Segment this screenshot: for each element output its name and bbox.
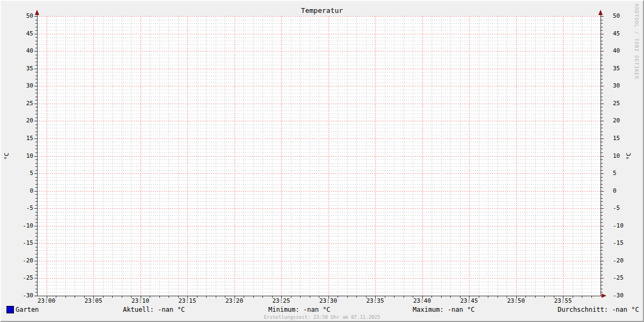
x-tick	[507, 296, 507, 298]
gridline-minor-v	[356, 16, 357, 296]
chart-title: Temperatur	[1, 6, 643, 14]
gridline-major-v	[235, 16, 235, 296]
y-axis-arrow-right-icon	[598, 10, 603, 15]
x-tick	[338, 296, 338, 298]
y-axis-tick-label: 0	[9, 188, 33, 194]
y-axis-tick-label: 10	[9, 153, 33, 159]
x-tick	[356, 296, 357, 298]
y-tick-right	[601, 131, 603, 132]
gridline-minor-v	[431, 16, 432, 296]
gridline-minor-v	[507, 16, 507, 296]
x-tick	[272, 296, 273, 298]
gridline-minor-v	[272, 16, 273, 296]
y-axis-tick-label: -30	[9, 292, 33, 299]
y-axis-tick-label: 15	[9, 135, 33, 142]
x-tick	[366, 296, 367, 298]
y-axis-tick-label: -5	[613, 205, 638, 211]
gridline-major-v	[328, 16, 329, 296]
gridline-minor-v	[291, 16, 291, 296]
y-tick-right	[601, 184, 603, 185]
y-tick-right	[601, 58, 603, 58]
x-tick	[319, 296, 319, 298]
gridline-minor-v	[591, 16, 592, 296]
gridline-minor-v	[479, 16, 479, 296]
gridline-minor-v	[582, 16, 582, 296]
y-tick-right	[601, 37, 603, 38]
gridline-minor-v	[197, 16, 197, 296]
y-tick-right	[601, 156, 604, 157]
y-axis-line-right	[601, 12, 601, 296]
x-tick	[291, 296, 291, 298]
gridline-minor-v	[300, 16, 301, 296]
gridline-minor-v	[544, 16, 545, 296]
y-tick-right	[601, 170, 603, 171]
gridline-minor-v	[225, 16, 225, 296]
y-axis-tick-label: 35	[9, 65, 33, 72]
y-axis-tick-label: -5	[9, 205, 33, 211]
y-tick-right	[601, 219, 603, 219]
y-tick-right	[601, 261, 604, 261]
y-axis-tick-label: 20	[9, 118, 33, 124]
gridline-major-v	[563, 16, 564, 296]
y-tick-right	[601, 65, 603, 65]
x-tick	[112, 296, 113, 298]
y-axis-tick-label: -10	[613, 223, 638, 229]
y-tick-right	[601, 194, 603, 195]
x-tick	[431, 296, 432, 298]
gridline-minor-v	[404, 16, 404, 296]
x-tick	[65, 296, 66, 298]
legend-series-label: Garten	[16, 306, 39, 313]
x-tick	[469, 296, 470, 299]
gridline-minor-v	[84, 16, 85, 296]
y-tick-right	[601, 135, 603, 135]
y-tick-right	[601, 268, 603, 268]
x-tick	[84, 296, 85, 298]
x-tick	[159, 296, 160, 298]
x-tick	[563, 296, 564, 299]
y-tick-right	[601, 128, 603, 128]
gridline-major-v	[93, 16, 94, 296]
x-tick	[281, 296, 282, 299]
y-tick-right	[601, 149, 603, 149]
x-tick	[187, 296, 188, 299]
x-tick	[75, 296, 75, 298]
x-tick	[56, 296, 56, 298]
y-tick-right	[601, 145, 603, 146]
y-tick-right	[601, 69, 604, 69]
x-tick	[300, 296, 301, 298]
gridline-minor-v	[206, 16, 207, 296]
gridline-minor-v	[262, 16, 263, 296]
x-axis-arrow-icon	[602, 294, 606, 298]
x-tick	[422, 296, 423, 299]
gridline-minor-v	[441, 16, 442, 296]
x-tick	[582, 296, 582, 298]
gridline-minor-v	[169, 16, 169, 296]
y-axis-tick-label: 30	[9, 83, 33, 89]
y-tick-right	[601, 215, 603, 216]
y-tick-right	[601, 107, 603, 107]
x-tick	[516, 296, 517, 299]
y-tick-right	[601, 243, 604, 244]
gridline-minor-v	[497, 16, 498, 296]
y-tick-right	[601, 23, 603, 24]
gridline-minor-v	[122, 16, 122, 296]
gridline-minor-v	[159, 16, 160, 296]
y-axis-tick-label: -20	[9, 258, 33, 264]
y-axis-tick-label: -25	[9, 275, 33, 281]
legend-color-swatch	[6, 306, 14, 313]
y-tick-right	[601, 27, 603, 27]
y-tick-right	[601, 55, 603, 55]
gridline-major-v	[141, 16, 141, 296]
y-axis-tick-label: -25	[613, 275, 638, 281]
x-tick	[310, 296, 310, 298]
gridline-minor-v	[319, 16, 319, 296]
y-tick-right	[601, 100, 603, 100]
x-tick	[375, 296, 376, 299]
y-axis-line-left	[37, 12, 38, 296]
y-axis-tick-label: 45	[9, 31, 33, 37]
y-tick-right	[601, 226, 604, 226]
y-tick-right	[601, 229, 603, 230]
y-tick-right	[601, 51, 604, 52]
y-tick-right	[601, 41, 603, 41]
y-tick-right	[601, 282, 603, 282]
